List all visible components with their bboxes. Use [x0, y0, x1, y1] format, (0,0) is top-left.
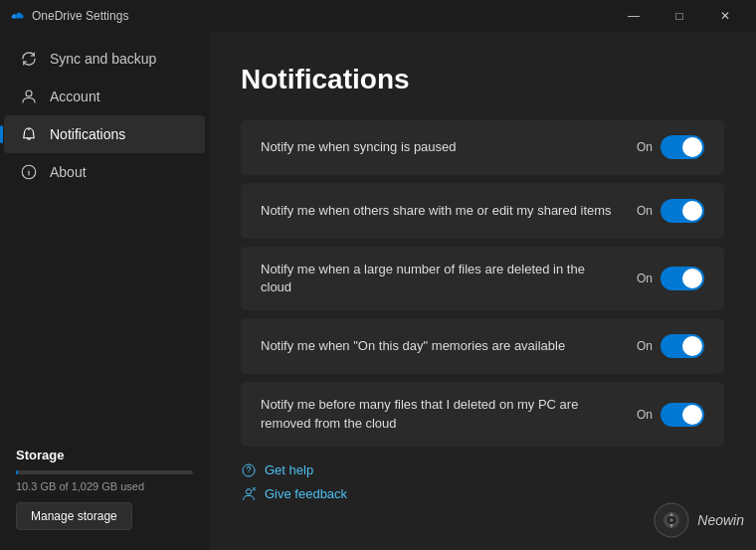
svg-point-7: [246, 488, 251, 493]
notification-text-share: Notify me when others share with me or e…: [261, 202, 617, 220]
toggle-label-memories: On: [637, 339, 653, 353]
toggle-memories[interactable]: [661, 334, 704, 358]
notification-row-memories: Notify me when "On this day" memories ar…: [261, 318, 704, 374]
app-body: Sync and backup Account: [0, 32, 756, 550]
account-icon: [20, 88, 38, 105]
notification-text-memories: Notify me when "On this day" memories ar…: [261, 337, 617, 355]
give-feedback-link[interactable]: Give feedback: [241, 486, 724, 502]
toggle-area-share: On: [637, 199, 704, 223]
sidebar-item-account[interactable]: Account: [4, 78, 205, 115]
onedrive-icon: [8, 8, 24, 24]
notification-text-sync-paused: Notify me when syncing is paused: [261, 138, 617, 156]
manage-storage-button[interactable]: Manage storage: [16, 502, 132, 530]
sidebar-item-about[interactable]: About: [4, 153, 205, 191]
toggle-label-delete-cloud: On: [637, 272, 653, 285]
toggle-delete-cloud[interactable]: [661, 267, 704, 290]
toggle-label-sync-paused: On: [637, 140, 653, 154]
close-button[interactable]: ✕: [702, 0, 748, 32]
notification-row-delete-cloud: Notify me when a large number of files a…: [261, 247, 704, 310]
title-bar-title: OneDrive Settings: [32, 9, 128, 23]
svg-point-4: [29, 169, 30, 170]
neowin-text: Neowin: [697, 512, 744, 528]
help-icon: [241, 462, 257, 478]
toggle-area-delete-cloud: On: [637, 267, 704, 290]
toggle-delete-pc[interactable]: [661, 403, 704, 427]
minimize-button[interactable]: —: [611, 0, 657, 32]
sidebar-label-about: About: [50, 164, 87, 180]
neowin-logo-icon: [654, 502, 689, 538]
notification-card-delete-cloud: Notify me when a large number of files a…: [241, 247, 724, 310]
toggle-area-sync-paused: On: [637, 135, 704, 159]
sidebar-bottom: Storage 10.3 GB of 1,029 GB used Manage …: [0, 436, 209, 542]
notification-card-delete-pc: Notify me before many files that I delet…: [241, 382, 724, 446]
svg-point-0: [26, 91, 32, 96]
page-title: Notifications: [241, 64, 724, 95]
give-feedback-label: Give feedback: [265, 486, 347, 501]
sidebar-item-notifications[interactable]: Notifications: [4, 115, 205, 153]
footer-links: Get help Give feedback: [241, 462, 724, 502]
sidebar-item-sync-backup[interactable]: Sync and backup: [4, 40, 205, 78]
toggle-share[interactable]: [661, 199, 704, 223]
bell-icon: [20, 125, 38, 143]
svg-point-6: [249, 472, 250, 473]
sidebar-label-notifications: Notifications: [50, 126, 125, 142]
toggle-area-delete-pc: On: [637, 403, 704, 427]
notification-card-share: Notify me when others share with me or e…: [241, 183, 724, 239]
main-content: Notifications Notify me when syncing is …: [209, 32, 756, 550]
storage-label: Storage: [16, 448, 193, 462]
feedback-icon: [241, 486, 257, 502]
get-help-label: Get help: [265, 462, 313, 477]
notification-card-sync-paused: Notify me when syncing is paused On: [241, 119, 724, 175]
sidebar-nav: Sync and backup Account: [0, 40, 209, 436]
neowin-badge: Neowin: [654, 502, 744, 538]
notification-row-sync-paused: Notify me when syncing is paused On: [261, 119, 704, 175]
get-help-link[interactable]: Get help: [241, 462, 724, 478]
sidebar: Sync and backup Account: [0, 32, 209, 550]
sidebar-label-sync-backup: Sync and backup: [50, 51, 156, 67]
info-icon: [20, 163, 38, 181]
toggle-label-share: On: [637, 204, 653, 218]
maximize-button[interactable]: □: [657, 0, 702, 32]
title-bar-controls: — □ ✕: [611, 0, 748, 32]
title-bar: OneDrive Settings — □ ✕: [0, 0, 756, 32]
notification-card-memories: Notify me when "On this day" memories ar…: [241, 318, 724, 374]
toggle-sync-paused[interactable]: [661, 135, 704, 159]
notification-row-share: Notify me when others share with me or e…: [261, 183, 704, 239]
sidebar-label-account: Account: [50, 89, 100, 104]
title-bar-left: OneDrive Settings: [8, 8, 128, 24]
notification-row-delete-pc: Notify me before many files that I delet…: [261, 382, 704, 446]
storage-used-text: 10.3 GB of 1,029 GB used: [16, 480, 193, 492]
sync-icon: [20, 50, 38, 68]
storage-bar-fill: [16, 470, 18, 474]
notification-text-delete-cloud: Notify me when a large number of files a…: [261, 261, 617, 296]
toggle-label-delete-pc: On: [637, 408, 653, 422]
storage-bar-background: [16, 470, 193, 474]
toggle-area-memories: On: [637, 334, 704, 358]
svg-point-10: [669, 518, 673, 522]
notification-text-delete-pc: Notify me before many files that I delet…: [261, 396, 617, 432]
